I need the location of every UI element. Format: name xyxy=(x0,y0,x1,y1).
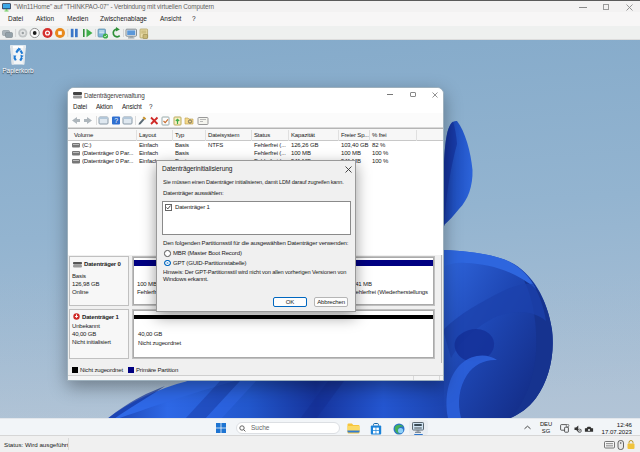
svg-text:?: ? xyxy=(114,117,118,124)
